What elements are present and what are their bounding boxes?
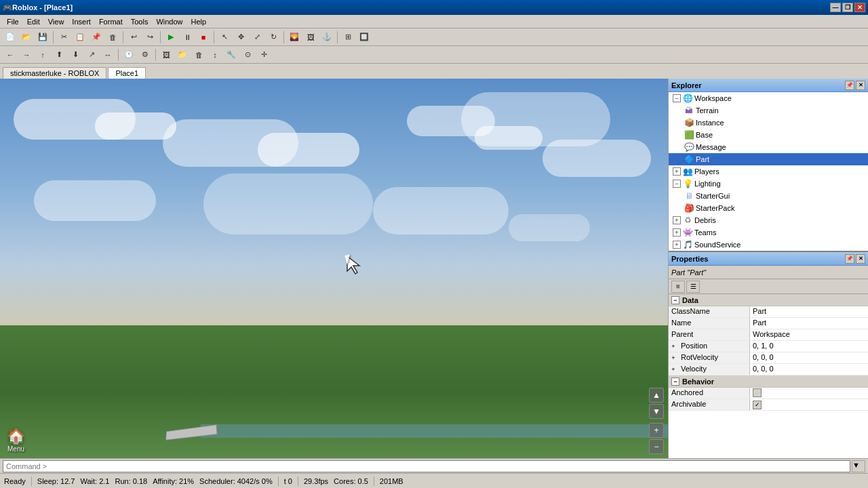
arrow-diag[interactable]: ↗ bbox=[84, 48, 99, 62]
prop-velocity-expand[interactable]: + bbox=[669, 364, 678, 375]
tool1[interactable]: 🔧 bbox=[224, 48, 239, 62]
paste-button[interactable]: 📌 bbox=[89, 30, 104, 44]
vp-zoom-in-button[interactable]: + bbox=[649, 423, 664, 438]
menu-help[interactable]: Help bbox=[187, 16, 211, 27]
startergui-icon: 🖥 bbox=[684, 190, 694, 201]
tree-item-instance[interactable]: 📦 Instance bbox=[669, 117, 868, 129]
arrow-right[interactable]: → bbox=[19, 48, 34, 62]
archivable-checkbox[interactable] bbox=[753, 401, 762, 409]
folder-button[interactable]: 📁 bbox=[175, 48, 190, 62]
pause-button[interactable]: ⏸ bbox=[180, 30, 195, 44]
decal-button[interactable]: 🖼 bbox=[303, 30, 318, 44]
new-button[interactable]: 📄 bbox=[3, 30, 18, 44]
prop-sort-alpha-button[interactable]: ≡ bbox=[671, 281, 685, 293]
trash-button[interactable]: 🗑 bbox=[191, 48, 206, 62]
menu-file[interactable]: File bbox=[3, 16, 23, 27]
tree-item-lighting[interactable]: − 💡 Lighting bbox=[669, 178, 868, 190]
prop-name-value[interactable]: Part bbox=[750, 318, 868, 329]
section-behavior-collapse[interactable]: − bbox=[671, 378, 679, 386]
close-button[interactable]: ✕ bbox=[854, 3, 865, 12]
rotate-button[interactable]: ↻ bbox=[266, 30, 281, 44]
prop-rotvelocity-value[interactable]: 0, 0, 0 bbox=[750, 352, 868, 363]
play-button[interactable]: ▶ bbox=[163, 30, 178, 44]
redo-button[interactable]: ↪ bbox=[142, 30, 157, 44]
tab-place1[interactable]: Place1 bbox=[108, 67, 146, 79]
lighting-expand[interactable]: − bbox=[673, 180, 681, 188]
menu-tools[interactable]: Tools bbox=[127, 16, 153, 27]
vp-up-button[interactable]: ▲ bbox=[649, 388, 664, 403]
prop-anchored-value[interactable] bbox=[750, 388, 868, 399]
tree-item-teams[interactable]: + 👾 Teams bbox=[669, 226, 868, 239]
anchored-checkbox[interactable] bbox=[753, 388, 762, 397]
debris-expand[interactable]: + bbox=[673, 216, 681, 224]
settings-button[interactable]: ⚙ bbox=[138, 48, 153, 62]
prop-sort-cat-button[interactable]: ☰ bbox=[686, 281, 700, 293]
save-button[interactable]: 💾 bbox=[35, 30, 50, 44]
menu-edit[interactable]: Edit bbox=[23, 16, 44, 27]
tree-item-workspace[interactable]: − 🌐 Workspace bbox=[669, 92, 868, 104]
prop-velocity-value[interactable]: 0, 0, 0 bbox=[750, 364, 868, 375]
arrow-up2[interactable]: ⬆ bbox=[52, 48, 66, 62]
minimize-button[interactable]: — bbox=[830, 3, 841, 12]
scale-button[interactable]: ⤢ bbox=[250, 30, 264, 44]
arrow-dn[interactable]: ⬇ bbox=[68, 48, 83, 62]
command-input[interactable] bbox=[3, 460, 850, 472]
prop-archivable-value[interactable] bbox=[750, 399, 868, 410]
players-expand[interactable]: + bbox=[673, 167, 681, 176]
vp-down-button[interactable]: ▼ bbox=[649, 404, 664, 419]
properties-pin-button[interactable]: 📌 bbox=[845, 254, 854, 264]
section-data-collapse[interactable]: − bbox=[671, 296, 679, 304]
anchor-button[interactable]: ⚓ bbox=[319, 30, 334, 44]
select-button[interactable]: ↖ bbox=[217, 30, 232, 44]
stop-button[interactable]: ■ bbox=[196, 30, 211, 44]
command-submit-button[interactable]: ▼ bbox=[852, 460, 865, 472]
menu-window[interactable]: Window bbox=[152, 16, 186, 27]
viewport[interactable]: 🏠 Menu ▲ ▼ + − bbox=[0, 79, 668, 458]
tree-item-starterpack[interactable]: 🎒 StarterPack bbox=[669, 202, 868, 214]
prop-position-expand[interactable]: + bbox=[669, 341, 678, 352]
tree-item-terrain[interactable]: 🏔 Terrain bbox=[669, 104, 868, 117]
snap-button[interactable]: 🔲 bbox=[357, 30, 372, 44]
vp-zoom-out-button[interactable]: − bbox=[649, 439, 664, 454]
img-button[interactable]: 🖼 bbox=[159, 48, 174, 62]
restore-button[interactable]: ❐ bbox=[842, 3, 853, 12]
plus-button[interactable]: ✛ bbox=[256, 48, 271, 62]
terrain-button[interactable]: 🌄 bbox=[287, 30, 302, 44]
prop-parent-value[interactable]: Workspace bbox=[750, 329, 868, 340]
tree-item-players[interactable]: + 👥 Players bbox=[669, 165, 868, 178]
grid-button[interactable]: ⊞ bbox=[340, 30, 355, 44]
tree-item-message[interactable]: 💬 Message bbox=[669, 141, 868, 153]
menu-home-button[interactable]: 🏠 Menu bbox=[7, 428, 25, 453]
clock-button[interactable]: 🕐 bbox=[121, 48, 136, 62]
prop-position-value[interactable]: 0, 1, 0 bbox=[750, 341, 868, 352]
tab-roblox[interactable]: stickmasterluke - ROBLOX bbox=[3, 67, 106, 79]
tree-item-soundservice[interactable]: + 🎵 SoundService bbox=[669, 239, 868, 251]
status-sep1 bbox=[31, 476, 32, 486]
soundservice-expand[interactable]: + bbox=[673, 241, 681, 249]
prop-rotvelocity-expand[interactable]: + bbox=[669, 352, 678, 363]
explorer-close-button[interactable]: ✕ bbox=[856, 81, 865, 90]
menu-insert[interactable]: Insert bbox=[68, 16, 95, 27]
arrow-up[interactable]: ↑ bbox=[35, 48, 50, 62]
open-button[interactable]: 📂 bbox=[19, 30, 34, 44]
teams-expand[interactable]: + bbox=[673, 228, 681, 237]
resize-v[interactable]: ↕ bbox=[208, 48, 222, 62]
undo-button[interactable]: ↩ bbox=[126, 30, 141, 44]
menu-view[interactable]: View bbox=[44, 16, 68, 27]
circle-button[interactable]: ⊙ bbox=[240, 48, 255, 62]
tree-item-base[interactable]: 🟩 Base bbox=[669, 129, 868, 141]
arrow-left[interactable]: ← bbox=[3, 48, 18, 62]
menu-format[interactable]: Format bbox=[95, 16, 127, 27]
cut-button[interactable]: ✂ bbox=[56, 30, 71, 44]
resize-h[interactable]: ↔ bbox=[100, 48, 115, 62]
tree-item-part[interactable]: 🔷 Part bbox=[669, 153, 868, 165]
properties-close-button[interactable]: ✕ bbox=[856, 254, 865, 264]
tree-item-startergui[interactable]: 🖥 StarterGui bbox=[669, 190, 868, 202]
prop-classname-value[interactable]: Part bbox=[750, 306, 868, 317]
move-button[interactable]: ✥ bbox=[233, 30, 248, 44]
copy-button[interactable]: 📋 bbox=[73, 30, 87, 44]
delete-button[interactable]: 🗑 bbox=[105, 30, 120, 44]
tree-item-debris[interactable]: + ♻ Debris bbox=[669, 214, 868, 226]
explorer-pin-button[interactable]: 📌 bbox=[845, 81, 854, 90]
workspace-expand[interactable]: − bbox=[673, 94, 681, 102]
